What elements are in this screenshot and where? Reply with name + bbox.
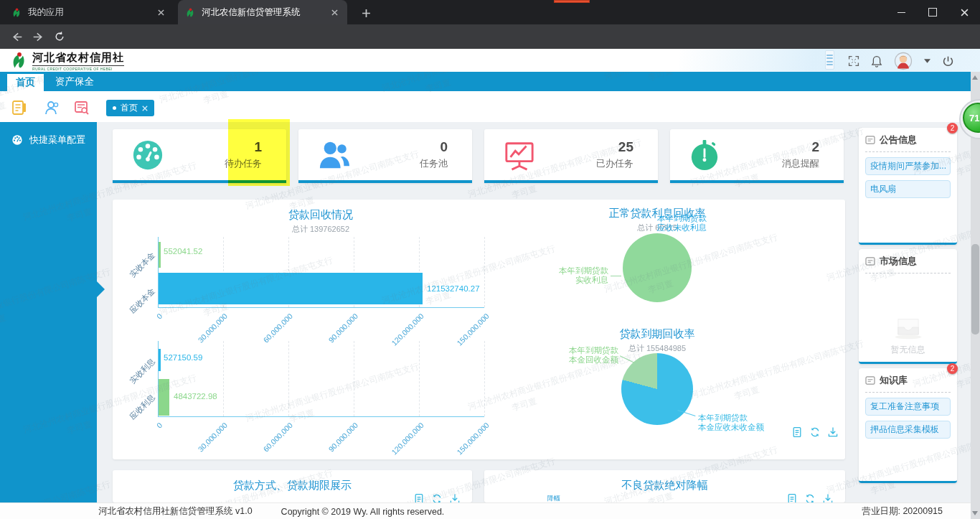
screen: 我的应用 河北农信新信贷管理系统 不安全 | 10.5.141.158:8081… bbox=[0, 0, 980, 519]
download-icon[interactable] bbox=[827, 426, 839, 438]
stat-card-message-reminders[interactable]: 2消息提醒 bbox=[670, 129, 844, 183]
footer-business-date: 营业日期: 20200915 bbox=[862, 505, 943, 518]
workspace-tab-home[interactable]: 首页 bbox=[106, 100, 154, 116]
download-icon[interactable] bbox=[449, 493, 461, 502]
browser-tab-credit-system[interactable]: 河北农信新信贷管理系统 bbox=[178, 0, 347, 24]
refresh-icon[interactable] bbox=[431, 493, 443, 502]
bottom-card-title: 不良贷款绝对降幅 bbox=[484, 479, 845, 492]
back-arrow-icon bbox=[11, 31, 23, 43]
logout-power-icon[interactable] bbox=[942, 55, 954, 67]
gauge-icon bbox=[11, 134, 23, 146]
refresh-icon[interactable] bbox=[804, 493, 816, 502]
monitor-chart-icon bbox=[503, 139, 536, 171]
announcement-item[interactable]: 电风扇 bbox=[865, 180, 951, 198]
bar-received-principal[interactable] bbox=[159, 242, 161, 268]
nav-item-asset-preservation[interactable]: 资产保全 bbox=[44, 72, 105, 91]
pie1-label-uncollected: 本年到期贷款应收未收利息 bbox=[578, 214, 707, 233]
pie1-normal-loan-interest[interactable] bbox=[623, 233, 692, 302]
chart-actions bbox=[791, 426, 839, 438]
org-logo-icon bbox=[10, 51, 29, 70]
scroll-down-arrow[interactable] bbox=[972, 511, 978, 515]
data-view-icon[interactable] bbox=[786, 493, 798, 502]
chart-actions bbox=[413, 493, 461, 502]
tab-close-icon[interactable] bbox=[155, 6, 166, 18]
panel-title: 市场信息 bbox=[880, 255, 917, 268]
footer-app-title: 河北省农村信用社新信贷管理系统 v1.0 bbox=[98, 505, 253, 518]
empty-state: 暂无信息 bbox=[865, 315, 951, 356]
browser-tab-my-apps[interactable]: 我的应用 bbox=[4, 0, 174, 24]
stat-value: 2 bbox=[782, 139, 819, 155]
user-avatar[interactable] bbox=[894, 52, 913, 70]
bar-received-interest[interactable] bbox=[159, 349, 161, 371]
reload-icon bbox=[54, 31, 65, 42]
bar-value-label: 527150.59 bbox=[164, 353, 202, 362]
fullscreen-icon[interactable] bbox=[848, 55, 859, 67]
announcement-item[interactable]: 疫情期间严禁参加... bbox=[865, 157, 951, 175]
stat-card-task-pool[interactable]: 0任务池 bbox=[298, 129, 472, 183]
list-search-icon[interactable] bbox=[74, 100, 90, 116]
panel-header: 知识库 bbox=[865, 374, 951, 393]
back-button[interactable] bbox=[6, 26, 27, 47]
panel-header: 市场信息 bbox=[865, 255, 951, 273]
stat-label: 消息提醒 bbox=[782, 157, 819, 170]
stat-label: 已办任务 bbox=[596, 157, 633, 170]
minimize-icon bbox=[897, 12, 905, 13]
legend-note: 降幅 bbox=[547, 494, 560, 502]
annotation-highlight bbox=[228, 119, 290, 186]
sidebar-item-quick-menu-config[interactable]: 快捷菜单配置 bbox=[0, 122, 97, 146]
stat-card-done-tasks[interactable]: 25已办任务 bbox=[484, 129, 658, 183]
stat-label: 任务池 bbox=[420, 157, 448, 170]
people-icon bbox=[317, 139, 352, 171]
sidebar-item-label: 快捷菜单配置 bbox=[29, 134, 85, 146]
stopwatch-icon bbox=[689, 139, 720, 172]
browser-url-bar: 不安全 | 10.5.141.158:8081/dashboard 无痕模式 bbox=[0, 24, 980, 49]
window-maximize-button[interactable] bbox=[917, 0, 948, 24]
footer-copyright: Copyright © 2019 Wy. All rights reserved… bbox=[281, 507, 445, 517]
panel-header: 公告信息 bbox=[865, 134, 951, 152]
window-minimize-button[interactable] bbox=[885, 0, 917, 24]
window-close-button[interactable] bbox=[948, 0, 980, 24]
pie1-label-received: 本年到期贷款实收利息 bbox=[479, 266, 608, 285]
nav-item-home[interactable]: 首页 bbox=[7, 74, 44, 91]
panel-title: 公告信息 bbox=[880, 134, 917, 146]
sidebar: 快捷菜单配置 bbox=[0, 122, 97, 502]
forward-button[interactable] bbox=[27, 26, 49, 47]
announcements-badge: 2 bbox=[947, 123, 958, 134]
data-view-icon[interactable] bbox=[413, 493, 425, 502]
download-indicator-strip bbox=[554, 0, 590, 3]
scroll-up-arrow[interactable] bbox=[972, 75, 978, 80]
bulletin-icon bbox=[865, 136, 875, 144]
bell-icon[interactable] bbox=[871, 55, 882, 67]
bar-receivable-interest[interactable] bbox=[159, 379, 169, 416]
bar-receivable-principal[interactable] bbox=[159, 273, 423, 304]
chevron-down-icon[interactable] bbox=[924, 59, 930, 63]
user-icon[interactable] bbox=[44, 100, 60, 116]
knowledge-badge: 2 bbox=[947, 363, 958, 374]
footer: 河北省农村信用社新信贷管理系统 v1.0 Copyright © 2019 Wy… bbox=[0, 502, 980, 519]
bar-value-label: 552041.52 bbox=[164, 247, 202, 256]
refresh-icon[interactable] bbox=[809, 426, 821, 438]
bar-value-label: 121532740.27 bbox=[427, 284, 480, 293]
knowledge-item[interactable]: 押品信息采集模板 bbox=[865, 421, 951, 439]
tab-close-icon[interactable] bbox=[329, 6, 340, 18]
bulletin-icon bbox=[865, 257, 875, 266]
bottom-card-title: 贷款方式、贷款期限展示 bbox=[113, 479, 472, 492]
data-view-icon[interactable] bbox=[791, 426, 803, 438]
knowledge-item[interactable]: 复工准备注意事项 bbox=[865, 398, 951, 416]
pie2-label-recovered: 本年到期贷款本金回收金额 bbox=[489, 346, 618, 365]
empty-text: 暂无信息 bbox=[891, 344, 925, 356]
scrollbar-thumb[interactable] bbox=[971, 244, 979, 335]
floating-menu-handle[interactable] bbox=[825, 50, 834, 70]
document-list-icon[interactable] bbox=[11, 100, 27, 116]
maximize-icon bbox=[928, 8, 937, 17]
org-name-en: RURAL CREDIT COOPERATIVE OF HEBEI bbox=[32, 67, 124, 71]
site-favicon bbox=[11, 7, 22, 18]
sidebar-collapse-handle[interactable] bbox=[97, 281, 105, 297]
new-tab-button[interactable] bbox=[357, 4, 374, 22]
org-logo: 河北省农村信用社 RURAL CREDIT COOPERATIVE OF HEB… bbox=[10, 51, 124, 71]
pie2-loan-maturity-recovery[interactable] bbox=[621, 353, 693, 425]
panel-knowledge-base: 知识库 复工准备注意事项 押品信息采集模板 bbox=[859, 368, 957, 483]
workspace-tab-close-icon[interactable] bbox=[142, 106, 148, 111]
reload-button[interactable] bbox=[49, 26, 70, 47]
download-icon[interactable] bbox=[822, 493, 834, 502]
